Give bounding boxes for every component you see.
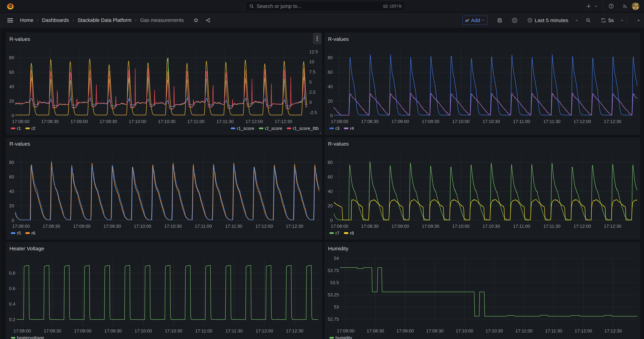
svg-text:0.2: 0.2 bbox=[9, 317, 15, 322]
svg-text:17:12:30: 17:12:30 bbox=[275, 119, 292, 124]
svg-text:10: 10 bbox=[309, 59, 314, 64]
svg-text:17:08:00: 17:08:00 bbox=[14, 328, 31, 334]
svg-text:20: 20 bbox=[9, 98, 14, 104]
svg-text:17:08:00: 17:08:00 bbox=[331, 224, 348, 229]
svg-text:17:08:00: 17:08:00 bbox=[12, 224, 30, 229]
svg-text:17:09:30: 17:09:30 bbox=[422, 119, 439, 124]
svg-text:17:08:30: 17:08:30 bbox=[41, 119, 59, 124]
svg-text:80: 80 bbox=[9, 55, 14, 60]
svg-text:17:10:00: 17:10:00 bbox=[452, 224, 470, 229]
svg-text:17:12:00: 17:12:00 bbox=[574, 119, 591, 124]
svg-text:17:12:30: 17:12:30 bbox=[604, 224, 621, 229]
svg-text:17:11:00: 17:11:00 bbox=[195, 224, 212, 229]
svg-text:17:11:30: 17:11:30 bbox=[545, 328, 562, 334]
svg-text:17:11:30: 17:11:30 bbox=[226, 328, 243, 334]
svg-text:17:08:30: 17:08:30 bbox=[361, 119, 378, 124]
svg-text:0: 0 bbox=[330, 218, 333, 223]
svg-text:0.6: 0.6 bbox=[9, 286, 15, 291]
svg-text:17:10:00: 17:10:00 bbox=[456, 328, 473, 334]
svg-text:17:12:30: 17:12:30 bbox=[604, 119, 621, 124]
svg-text:53.5: 53.5 bbox=[330, 280, 339, 285]
svg-text:17:11:30: 17:11:30 bbox=[225, 224, 242, 229]
svg-text:20: 20 bbox=[9, 203, 14, 208]
svg-text:17:08:30: 17:08:30 bbox=[42, 224, 60, 229]
svg-text:0.8: 0.8 bbox=[9, 270, 15, 276]
svg-text:54: 54 bbox=[334, 256, 339, 261]
svg-text:17:11:00: 17:11:00 bbox=[513, 119, 530, 124]
svg-text:53.25: 53.25 bbox=[328, 292, 339, 298]
svg-text:17:10:00: 17:10:00 bbox=[134, 328, 152, 334]
svg-text:17:08:00: 17:08:00 bbox=[12, 119, 30, 124]
svg-text:17:10:00: 17:10:00 bbox=[452, 119, 470, 124]
svg-text:-2.5: -2.5 bbox=[309, 110, 317, 115]
svg-text:17:10:00: 17:10:00 bbox=[134, 224, 151, 229]
svg-text:0: 0 bbox=[330, 113, 333, 118]
svg-text:60: 60 bbox=[9, 174, 14, 180]
svg-text:17:08:30: 17:08:30 bbox=[44, 328, 61, 334]
svg-text:80: 80 bbox=[9, 160, 14, 165]
svg-text:17:10:30: 17:10:30 bbox=[486, 328, 503, 334]
svg-text:53.75: 53.75 bbox=[328, 268, 339, 273]
svg-text:52.75: 52.75 bbox=[328, 316, 339, 322]
svg-text:20: 20 bbox=[328, 98, 333, 104]
svg-text:17:11:00: 17:11:00 bbox=[515, 328, 532, 334]
svg-text:40: 40 bbox=[328, 189, 333, 194]
svg-text:17:09:00: 17:09:00 bbox=[70, 119, 88, 124]
svg-text:17:10:30: 17:10:30 bbox=[158, 119, 176, 124]
svg-text:17:11:30: 17:11:30 bbox=[216, 119, 234, 124]
svg-text:17:10:30: 17:10:30 bbox=[164, 224, 182, 229]
svg-text:17:09:30: 17:09:30 bbox=[422, 224, 439, 229]
svg-text:17:10:30: 17:10:30 bbox=[482, 119, 500, 124]
svg-text:2.5: 2.5 bbox=[309, 90, 316, 95]
svg-text:17:09:00: 17:09:00 bbox=[73, 224, 90, 229]
svg-text:0.4: 0.4 bbox=[9, 302, 15, 306]
svg-text:17:09:30: 17:09:30 bbox=[426, 328, 444, 334]
svg-text:17:08:00: 17:08:00 bbox=[337, 328, 354, 334]
svg-text:20: 20 bbox=[328, 203, 333, 208]
svg-text:17:10:00: 17:10:00 bbox=[129, 119, 146, 124]
svg-text:17:11:00: 17:11:00 bbox=[513, 224, 530, 229]
svg-text:60: 60 bbox=[328, 70, 333, 75]
svg-text:17:10:30: 17:10:30 bbox=[165, 328, 182, 334]
svg-text:17:09:00: 17:09:00 bbox=[392, 224, 409, 229]
svg-text:17:11:30: 17:11:30 bbox=[543, 119, 560, 124]
svg-text:17:09:30: 17:09:30 bbox=[104, 328, 122, 334]
svg-text:80: 80 bbox=[328, 55, 333, 60]
svg-text:17:09:30: 17:09:30 bbox=[100, 119, 117, 124]
svg-text:17:12:00: 17:12:00 bbox=[256, 328, 273, 334]
svg-text:40: 40 bbox=[9, 189, 14, 194]
svg-text:17:09:00: 17:09:00 bbox=[396, 328, 414, 334]
svg-text:60: 60 bbox=[9, 70, 14, 75]
svg-text:17:08:00: 17:08:00 bbox=[331, 119, 348, 124]
svg-text:60: 60 bbox=[328, 174, 333, 180]
svg-text:40: 40 bbox=[328, 84, 333, 89]
svg-text:17:08:30: 17:08:30 bbox=[361, 224, 378, 229]
svg-text:17:11:30: 17:11:30 bbox=[543, 224, 560, 229]
svg-text:17:09:00: 17:09:00 bbox=[392, 119, 409, 124]
svg-text:17:12:00: 17:12:00 bbox=[256, 224, 273, 229]
svg-text:17:11:00: 17:11:00 bbox=[195, 328, 212, 334]
svg-text:17:09:30: 17:09:30 bbox=[104, 224, 121, 229]
svg-text:0: 0 bbox=[12, 218, 14, 223]
svg-text:17:10:30: 17:10:30 bbox=[482, 224, 500, 229]
svg-text:17:12:00: 17:12:00 bbox=[246, 119, 263, 124]
svg-text:80: 80 bbox=[328, 160, 333, 165]
svg-text:17:12:30: 17:12:30 bbox=[604, 328, 622, 334]
svg-text:17:08:30: 17:08:30 bbox=[367, 328, 384, 334]
svg-text:5: 5 bbox=[309, 80, 312, 85]
svg-text:17:11:00: 17:11:00 bbox=[187, 119, 204, 124]
svg-text:17:09:00: 17:09:00 bbox=[74, 328, 92, 334]
svg-text:17:12:30: 17:12:30 bbox=[286, 328, 303, 334]
svg-text:17:12:00: 17:12:00 bbox=[574, 224, 591, 229]
svg-text:7.5: 7.5 bbox=[309, 69, 316, 74]
svg-text:0: 0 bbox=[12, 113, 14, 118]
svg-text:17:12:00: 17:12:00 bbox=[575, 328, 592, 334]
svg-text:0: 0 bbox=[309, 100, 312, 105]
svg-text:40: 40 bbox=[9, 84, 14, 89]
svg-text:53: 53 bbox=[334, 304, 339, 310]
svg-text:17:12:30: 17:12:30 bbox=[286, 224, 303, 229]
svg-text:12.5: 12.5 bbox=[309, 49, 318, 54]
